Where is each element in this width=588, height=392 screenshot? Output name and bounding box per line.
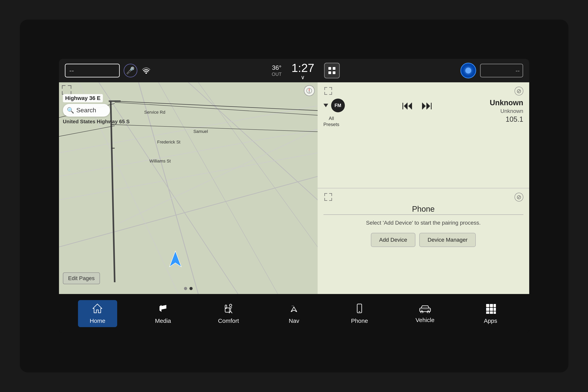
phone-icon <box>354 303 365 316</box>
nav-item-apps[interactable]: Apps <box>471 300 510 327</box>
svg-rect-45 <box>494 308 496 311</box>
infotainment-screen: -- 🎤 36° OUT 1:27 <box>59 59 529 333</box>
search-label: Search <box>76 106 96 114</box>
radio-playback-controls: ⏮ ⏭ <box>345 98 490 112</box>
presets-button[interactable]: All Presets <box>324 115 339 128</box>
page-dot-2[interactable] <box>189 287 193 290</box>
radio-panel: ⊘ FM All Presets <box>318 82 529 188</box>
right-input[interactable]: -- <box>480 64 523 78</box>
highway-label: United States Highway 65 S <box>63 118 130 125</box>
phone-panel-title: Phone <box>324 204 523 214</box>
phone-close-button[interactable]: ⊘ <box>515 193 523 202</box>
map-expand-icon[interactable] <box>62 85 71 95</box>
svg-rect-48 <box>494 312 496 314</box>
left-input-text: -- <box>69 66 74 75</box>
svg-rect-40 <box>486 304 489 307</box>
media-icon <box>157 303 168 316</box>
svg-rect-41 <box>490 304 493 307</box>
radio-expand-icon[interactable] <box>324 87 332 95</box>
map-section[interactable]: Highway 36 E 🔍 Search United States High… <box>59 82 318 294</box>
nav-arrow <box>168 250 182 268</box>
radio-close-button[interactable]: ⊘ <box>515 87 523 96</box>
svg-marker-24 <box>169 251 181 267</box>
radio-track-info: Unknown Unknown 105.1 <box>490 98 523 124</box>
map-search-bar[interactable]: 🔍 Search <box>63 104 110 116</box>
phone-panel-header: ⊘ <box>324 192 523 202</box>
previous-track-button[interactable]: ⏮ <box>402 98 413 112</box>
dropdown-arrow-icon <box>324 104 328 107</box>
fm-dropdown[interactable] <box>324 104 328 107</box>
svg-line-12 <box>111 101 115 282</box>
bottom-navigation: Home Media <box>59 294 529 333</box>
svg-line-19 <box>115 125 318 132</box>
time-display[interactable]: 1:27 ∨ <box>291 61 314 80</box>
car-frame: -- 🎤 36° OUT 1:27 <box>20 20 569 372</box>
page-dot-1[interactable] <box>184 287 187 290</box>
svg-line-4 <box>59 153 318 200</box>
vehicle-label: Vehicle <box>416 317 435 324</box>
left-input[interactable]: -- <box>65 64 120 78</box>
fm-badge: FM <box>331 98 345 112</box>
device-manager-button[interactable]: Device Manager <box>419 233 476 247</box>
header-right: -- <box>461 63 523 78</box>
apps-icon <box>485 303 496 316</box>
next-track-button[interactable]: ⏭ <box>421 98 433 112</box>
main-content: Highway 36 E 🔍 Search United States High… <box>59 82 529 294</box>
street-name-label: Highway 36 E <box>63 94 103 102</box>
svg-rect-43 <box>486 308 489 311</box>
phone-expand-icon[interactable] <box>324 193 332 201</box>
radio-left-controls: FM All Presets <box>324 98 345 128</box>
svg-line-3 <box>59 129 318 176</box>
phone-divider <box>324 214 523 215</box>
nav-item-nav[interactable]: -- Nav <box>274 300 314 327</box>
svg-point-28 <box>229 304 232 306</box>
nav-item-vehicle[interactable]: Vehicle <box>405 301 445 326</box>
comfort-icon <box>223 303 234 316</box>
svg-rect-44 <box>490 308 493 311</box>
radio-panel-header: ⊘ <box>324 86 523 96</box>
svg-line-17 <box>115 102 318 115</box>
microphone-button[interactable]: 🎤 <box>124 64 137 78</box>
nav-item-media[interactable]: Media <box>143 300 183 327</box>
svg-point-0 <box>145 72 147 74</box>
svg-line-8 <box>118 129 317 224</box>
nav-item-comfort[interactable]: Comfort <box>209 300 248 327</box>
media-label: Media <box>155 318 171 324</box>
nav-item-home[interactable]: Home <box>78 300 117 327</box>
svg-marker-25 <box>93 304 102 313</box>
phone-action-buttons: Add Device Device Manager <box>324 233 523 247</box>
radio-main-content: FM All Presets ⏮ ⏭ Unknown <box>324 98 523 184</box>
svg-line-20 <box>59 126 115 136</box>
compass-icon[interactable] <box>304 85 315 96</box>
track-title: Unknown <box>490 98 523 107</box>
fm-badge-row: FM <box>324 98 345 112</box>
radio-frequency: 105.1 <box>506 115 523 124</box>
header-left: -- 🎤 <box>65 64 151 78</box>
header-center: 36° OUT 1:27 ∨ <box>272 61 340 80</box>
page-dots <box>184 287 193 290</box>
grid-button[interactable] <box>324 63 340 78</box>
nav-icon: -- <box>289 303 299 316</box>
wifi-icon <box>141 66 151 76</box>
edit-pages-button[interactable]: Edit Pages <box>63 272 100 284</box>
nav-item-phone[interactable]: Phone <box>340 300 379 327</box>
time-chevron-icon: ∨ <box>301 75 305 80</box>
alexa-button[interactable] <box>461 63 476 78</box>
svg-rect-46 <box>486 312 489 314</box>
right-section: ⊘ FM All Presets <box>318 82 529 294</box>
track-artist: Unknown <box>501 108 523 114</box>
svg-line-11 <box>198 82 317 247</box>
svg-line-9 <box>59 176 318 247</box>
phone-label: Phone <box>351 318 368 324</box>
phone-pairing-message: Select 'Add Device' to start the pairing… <box>324 219 523 227</box>
add-device-button[interactable]: Add Device <box>371 233 415 247</box>
search-icon: 🔍 <box>67 107 74 114</box>
svg-rect-42 <box>494 304 496 307</box>
home-label: Home <box>90 318 105 324</box>
home-icon <box>92 303 103 316</box>
nav-label: Nav <box>289 318 299 324</box>
comfort-label: Comfort <box>218 318 239 324</box>
vehicle-icon <box>419 304 432 315</box>
apps-label: Apps <box>484 318 497 324</box>
phone-panel: ⊘ Phone Select 'Add Device' to start the… <box>318 188 529 294</box>
